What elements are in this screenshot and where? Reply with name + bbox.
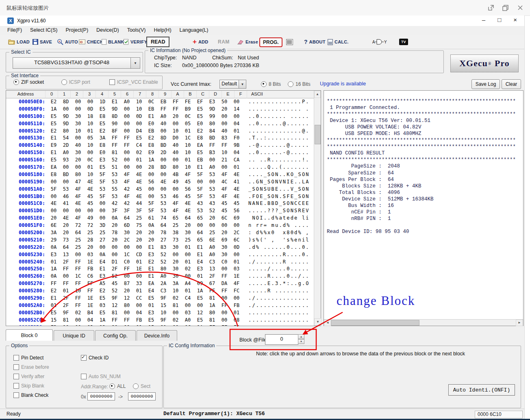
hex-byte-cell[interactable]: CA xyxy=(230,157,243,164)
hex-byte-cell[interactable]: 4E xyxy=(84,178,96,186)
hex-byte-cell[interactable]: 47 xyxy=(72,178,84,186)
hex-ascii[interactable]: ................ xyxy=(248,324,310,326)
hex-byte-cell[interactable]: FB xyxy=(230,302,243,309)
hex-byte-cell[interactable]: F6 xyxy=(230,324,243,326)
block-at-file-input[interactable]: 0 xyxy=(265,334,298,345)
hex-byte-cell[interactable]: 5F xyxy=(96,193,109,200)
hex-byte-cell[interactable]: 2D xyxy=(60,142,72,149)
hex-byte-cell[interactable]: 80 xyxy=(72,171,84,178)
logic-test-button[interactable]: AY xyxy=(372,38,388,46)
hex-byte-cell[interactable]: 64 xyxy=(182,215,194,222)
hex-byte-cell[interactable]: D0 xyxy=(169,135,182,142)
hex-byte-cell[interactable]: 01 xyxy=(48,259,60,266)
hex-byte-cell[interactable]: 81 xyxy=(60,317,72,324)
hex-byte-cell[interactable]: 28 xyxy=(84,237,96,244)
hex-byte-cell[interactable]: 4F xyxy=(218,193,230,200)
hex-byte-cell[interactable]: FF xyxy=(206,142,218,149)
tab-unique-id[interactable]: Unique ID xyxy=(54,330,94,341)
hex-byte-cell[interactable]: 5F xyxy=(194,186,206,193)
hex-ascii[interactable]: ..0......-@..... xyxy=(248,149,310,157)
load-button[interactable]: LOAD xyxy=(8,38,30,46)
hex-byte-cell[interactable]: 81 xyxy=(206,317,218,324)
hex-byte-cell[interactable]: 30 xyxy=(218,251,230,259)
hex-byte-cell[interactable]: 00 xyxy=(72,106,84,113)
hex-byte-cell[interactable]: E1 xyxy=(145,244,157,251)
hex-byte-cell[interactable]: 0D xyxy=(133,113,145,120)
hex-byte-cell[interactable]: C4 xyxy=(133,142,145,149)
hex-byte-cell[interactable]: 00 xyxy=(157,171,169,178)
hex-byte-cell[interactable]: 00 xyxy=(194,222,206,229)
hex-byte-cell[interactable]: E1 xyxy=(145,273,157,280)
hex-byte-cell[interactable]: 00 xyxy=(157,186,169,193)
hex-byte-cell[interactable]: 13 xyxy=(60,251,72,259)
hex-byte-cell[interactable]: E5 xyxy=(96,164,109,171)
hex-byte-cell[interactable]: 00 xyxy=(60,207,72,215)
hex-byte-cell[interactable]: FF xyxy=(169,106,182,113)
hex-ascii[interactable]: ..............P. xyxy=(248,98,310,106)
hex-byte-cell[interactable]: 00 xyxy=(218,295,230,302)
hex-byte-cell[interactable]: E5 xyxy=(194,317,206,324)
hex-byte-cell[interactable]: E1 xyxy=(194,164,206,171)
hex-byte-cell[interactable]: BD xyxy=(157,164,169,171)
hex-byte-cell[interactable]: A0 xyxy=(182,317,194,324)
hex-byte-cell[interactable]: 3F xyxy=(121,207,133,215)
chevron-down-icon[interactable]: ▼ xyxy=(239,80,246,88)
hex-byte-cell[interactable]: 78 xyxy=(157,229,169,237)
close-button[interactable]: × xyxy=(513,16,517,23)
hex-byte-cell[interactable]: EA xyxy=(194,142,206,149)
hex-ascii[interactable]: : d%%x0 x80d% , xyxy=(248,229,310,237)
hex-byte-cell[interactable]: 45 xyxy=(182,193,194,200)
hex-byte-cell[interactable]: 00 xyxy=(133,273,145,280)
hex-byte-cell[interactable]: E4 xyxy=(96,259,109,266)
hex-byte-cell[interactable]: 1E xyxy=(84,302,96,309)
hex-byte-cell[interactable]: 72 xyxy=(84,222,96,229)
hex-byte-cell[interactable]: 00 xyxy=(109,244,121,251)
hex-byte-cell[interactable]: E5 xyxy=(133,135,145,142)
hex-byte-cell[interactable]: E3 xyxy=(48,251,60,259)
hex-ascii[interactable]: .-@.......@..... xyxy=(248,142,310,149)
hex-byte-cell[interactable]: 20 xyxy=(169,113,182,120)
spinner-up-arrow[interactable]: ▲ xyxy=(298,334,304,339)
hex-byte-cell[interactable]: 6D xyxy=(121,222,133,229)
hex-byte-cell[interactable]: 3D xyxy=(96,222,109,229)
hex-byte-cell[interactable]: 2A xyxy=(157,280,169,287)
hex-byte-cell[interactable]: FF xyxy=(109,135,121,142)
hex-byte-cell[interactable]: 41 xyxy=(230,178,243,186)
hex-byte-cell[interactable]: 20 xyxy=(48,215,60,222)
hex-ascii[interactable]: .. ..R........!. xyxy=(248,157,310,164)
hex-byte-cell[interactable]: 53 xyxy=(109,171,121,178)
tab-config-op[interactable]: Config Op. xyxy=(95,330,136,341)
hex-byte-cell[interactable]: 00 xyxy=(84,207,96,215)
hex-byte-cell[interactable]: A0 xyxy=(157,113,169,120)
hex-byte-cell[interactable]: E2 xyxy=(48,287,60,295)
hex-byte-cell[interactable]: 01 xyxy=(133,287,145,295)
hex-byte-cell[interactable]: 9D xyxy=(60,120,72,128)
hex-byte-cell[interactable]: 53 xyxy=(109,193,121,200)
hex-byte-cell[interactable]: 00 xyxy=(218,164,230,171)
hex-byte-cell[interactable]: 53 xyxy=(157,193,169,200)
hex-byte-cell[interactable]: 80 xyxy=(157,265,169,273)
hex-byte-cell[interactable]: F0 xyxy=(230,135,243,142)
hex-byte-cell[interactable]: E8 xyxy=(96,113,109,120)
hex-byte-cell[interactable]: 8D xyxy=(157,135,169,142)
hex-byte-cell[interactable]: 53 xyxy=(109,178,121,186)
hex-byte-cell[interactable]: 00 xyxy=(230,251,243,259)
hex-byte-cell[interactable]: FF xyxy=(72,302,84,309)
read-button[interactable]: READ xyxy=(146,37,169,47)
ram-button[interactable]: RAM xyxy=(218,38,230,46)
hex-byte-cell[interactable]: E2 xyxy=(48,128,60,135)
hex-byte-cell[interactable]: E1 xyxy=(194,244,206,251)
hex-byte-cell[interactable]: E0 xyxy=(96,149,109,157)
hex-byte-cell[interactable]: 51 xyxy=(109,164,121,171)
horizontal-scrollbar[interactable]: ◄ ► xyxy=(324,319,523,326)
verify-after-checkbox[interactable]: Verify after xyxy=(13,374,44,379)
hex-byte-cell[interactable]: 6C xyxy=(218,215,230,222)
hex-byte-cell[interactable]: 0A xyxy=(48,244,60,251)
hex-byte-cell[interactable]: 45 xyxy=(182,178,194,186)
hex-byte-cell[interactable]: 78 xyxy=(109,229,121,237)
hex-byte-cell[interactable]: FF xyxy=(72,280,84,287)
hex-byte-cell[interactable]: 9D xyxy=(109,106,121,113)
hex-byte-cell[interactable]: 03 xyxy=(230,265,243,273)
hex-byte-cell[interactable]: 0C xyxy=(182,113,194,120)
hex-byte-cell[interactable]: 53 xyxy=(96,186,109,193)
